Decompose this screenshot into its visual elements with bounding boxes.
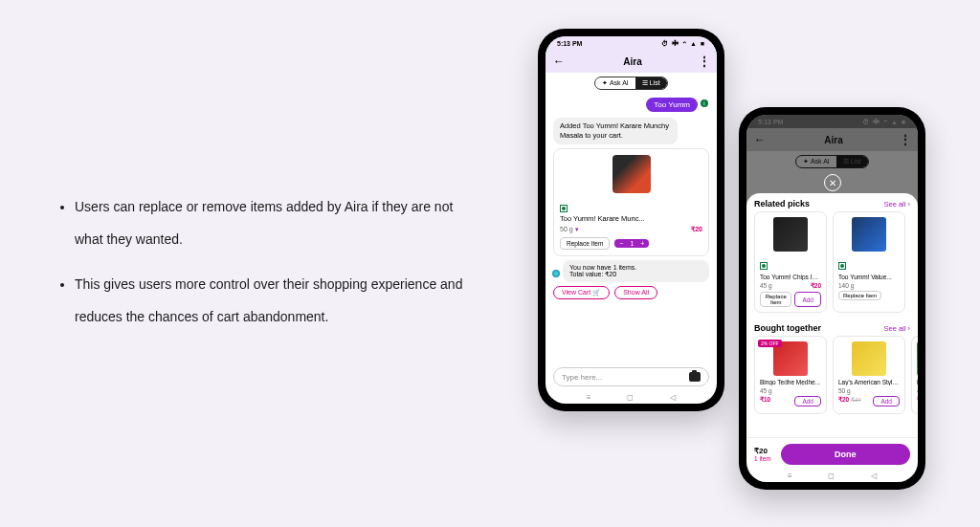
replace-item-button[interactable]: Replace Item: [838, 291, 881, 300]
nav-back-icon[interactable]: ◁: [871, 472, 877, 480]
veg-icon: [838, 262, 846, 270]
back-icon[interactable]: ←: [553, 55, 567, 68]
status-bar: 5:13 PM ⏱ ✱ ⌃ ▲ ■: [546, 36, 717, 50]
nav-back-icon[interactable]: ◁: [670, 393, 676, 402]
footer-count: 1 item: [754, 455, 771, 462]
related-picks-title: Related picks: [754, 199, 810, 209]
discount-badge: 2% OFF: [758, 340, 782, 347]
see-all-bought[interactable]: See all: [883, 324, 910, 333]
chat-area: Too Yumm i Added Too Yumm! Karare Munchy…: [546, 96, 717, 367]
product-weight[interactable]: 50 g: [560, 226, 579, 233]
product-name: Too Yumm! Karare Munc...: [560, 214, 702, 223]
app-bar: ← Aira ⋮: [546, 50, 717, 73]
nav-home-icon[interactable]: ◻: [627, 393, 634, 402]
phone-mockup-chat: 5:13 PM ⏱ ✱ ⌃ ▲ ■ ← Aira ⋮ ✦ Ask AI ☰ Li…: [538, 29, 724, 411]
nav-home-icon[interactable]: ◻: [828, 472, 835, 480]
ai-avatar-icon: [552, 270, 560, 277]
kebab-icon[interactable]: ⋮: [699, 55, 709, 68]
product-image: [852, 217, 886, 252]
ai-message: Added Too Yumm! Karare Munchy Masala to …: [553, 118, 678, 144]
related-card: Too Yumm! Chips Indian... 45 g₹20 Replac…: [754, 211, 827, 313]
android-nav: ≡ ◻ ◁: [546, 392, 717, 404]
veg-icon: [760, 262, 768, 270]
user-message: Too Yumm i: [646, 98, 698, 112]
product-image: [917, 341, 918, 376]
bullet-1: Users can replace or remove items added …: [75, 191, 479, 255]
sheet-footer: ₹20 1 item Done: [746, 437, 918, 471]
qty-value: 1: [628, 240, 635, 247]
nav-recent-icon[interactable]: ≡: [788, 472, 792, 480]
close-icon[interactable]: ✕: [824, 174, 841, 191]
add-button[interactable]: Add: [794, 292, 821, 307]
status-icons: ⏱ ✱ ⌃ ▲ ■: [661, 40, 705, 47]
related-picks-row[interactable]: Too Yumm! Chips Indian... 45 g₹20 Replac…: [746, 211, 918, 318]
message-input[interactable]: Type here...: [553, 367, 709, 386]
bottom-sheet: Related picks See all Too Yumm! Chips In…: [746, 193, 918, 482]
add-button[interactable]: Add: [873, 396, 900, 406]
nav-recent-icon[interactable]: ≡: [587, 393, 591, 402]
toggle-ask-ai[interactable]: ✦ Ask AI: [595, 77, 635, 89]
qty-plus[interactable]: +: [638, 240, 646, 247]
view-cart-button[interactable]: View Cart 🛒: [553, 286, 610, 299]
show-all-button[interactable]: Show All: [614, 286, 657, 299]
product-image: [773, 217, 808, 252]
footer-price: ₹20: [754, 447, 771, 455]
replace-item-button[interactable]: Replace Item: [760, 292, 791, 307]
bought-together-row[interactable]: 2% OFF Bingo Tedhe Medhe... 45 g ₹10Add …: [746, 336, 918, 419]
bought-card: 2% OFF Bingo Tedhe Medhe... 45 g ₹10Add: [754, 336, 827, 414]
qty-minus[interactable]: −: [617, 240, 625, 247]
app-title: Aira: [567, 56, 699, 67]
bought-together-title: Bought together: [754, 323, 821, 333]
product-image: [852, 341, 886, 376]
see-all-related[interactable]: See all: [883, 200, 910, 209]
android-nav: ≡ ◻ ◁: [746, 471, 918, 482]
product-card: Too Yumm! Karare Munc... 50 g ₹20 Replac…: [553, 148, 709, 256]
quantity-stepper: − 1 +: [614, 239, 649, 248]
mode-toggle: ✦ Ask AI ☰ List: [546, 73, 717, 96]
status-time: 5:13 PM: [557, 40, 582, 47]
feature-bullets: Users can replace or remove items added …: [48, 191, 479, 346]
bullet-2: This gives users more control over their…: [75, 269, 479, 333]
camera-icon[interactable]: [689, 372, 701, 382]
info-icon[interactable]: i: [701, 99, 708, 107]
cart-summary: You now have 1 items. Total value: ₹20: [563, 260, 709, 282]
add-button[interactable]: Add: [794, 396, 821, 406]
replace-item-button[interactable]: Replace Item: [560, 237, 610, 250]
product-price: ₹20: [691, 226, 702, 233]
phone-mockup-sheet: 5:13 PM ⏱ ✱ ⌃ ▲ ■ ← Aira ⋮ ✦ Ask AI ☰ Li…: [739, 107, 925, 490]
done-button[interactable]: Done: [781, 444, 910, 465]
bought-card: Lay's American Style... 50 g ₹20₹24Add: [833, 336, 905, 414]
bought-card: Lay's S... 40 g ₹20: [911, 336, 918, 414]
veg-icon: [560, 205, 568, 212]
input-placeholder: Type here...: [562, 373, 602, 382]
product-image: [612, 155, 651, 193]
toggle-list[interactable]: ☰ List: [635, 77, 667, 89]
related-card: Too Yumm! Value... 140 g Replace Item: [833, 211, 905, 313]
